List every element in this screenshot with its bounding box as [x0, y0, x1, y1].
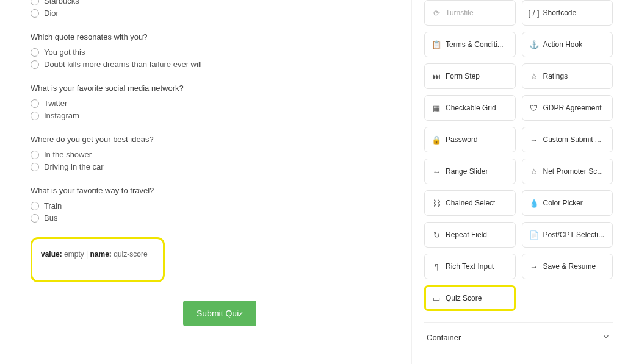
field-item-rich-text-input[interactable]: ¶Rich Text Input: [424, 254, 516, 279]
repeat-field-icon: ↻: [432, 230, 441, 239]
radio-icon: [31, 214, 39, 223]
field-label: Shortcode: [543, 9, 577, 17]
question-block: What is your favorite social media netwo…: [31, 84, 387, 120]
field-item-custom-submit[interactable]: →Custom Submit ...: [522, 127, 613, 152]
action-hook-icon: ⚓: [530, 40, 538, 49]
field-item-form-step[interactable]: ⏭Form Step: [424, 63, 516, 89]
field-label: Save & Resume: [543, 262, 596, 271]
field-label: Action Hook: [543, 40, 583, 49]
field-label: Checkable Grid: [446, 104, 496, 112]
radio-option[interactable]: Doubt kills more dreams than failure eve…: [31, 60, 387, 69]
field-item-range-slider[interactable]: ↔Range Slider: [424, 159, 516, 184]
container-section-toggle[interactable]: Container: [424, 322, 613, 345]
field-item-shortcode[interactable]: [ / ]Shortcode: [522, 0, 613, 26]
field-label: Terms & Conditi...: [446, 40, 504, 49]
quiz-score-icon: ▭: [432, 294, 441, 302]
field-label: Net Promoter Sc...: [543, 167, 604, 176]
fields-grid: ⟳Turnstile[ / ]Shortcode📋Terms & Conditi…: [424, 0, 613, 311]
question-title: What is your favorite way to travel?: [31, 186, 387, 195]
radio-label: Dior: [44, 9, 59, 18]
radio-icon: [31, 112, 39, 120]
radio-icon: [31, 99, 39, 108]
radio-option[interactable]: You got this: [31, 48, 387, 57]
field-item-color-picker[interactable]: 💧Color Picker: [522, 190, 613, 216]
net-promoter-sc-icon: ☆: [530, 167, 538, 176]
field-label: Password: [446, 135, 478, 144]
field-label: Chained Select: [446, 199, 495, 207]
field-label: GDPR Agreement: [543, 104, 602, 112]
field-label: Repeat Field: [446, 230, 487, 239]
field-item-net-promoter-sc[interactable]: ☆Net Promoter Sc...: [522, 159, 613, 184]
question-title: Which quote resonates with you?: [31, 32, 387, 41]
radio-option[interactable]: In the shower: [31, 150, 387, 159]
quiz-score-meta: value: empty | name: quiz-score: [41, 250, 154, 259]
ratings-icon: ☆: [530, 72, 538, 80]
radio-icon: [31, 48, 39, 57]
radio-label: Train: [44, 201, 62, 210]
field-item-checkable-grid[interactable]: ▦Checkable Grid: [424, 95, 516, 121]
radio-option[interactable]: Instagram: [31, 111, 387, 120]
radio-icon: [31, 151, 39, 159]
field-item-save-resume[interactable]: →Save & Resume: [522, 254, 613, 279]
question-block: Starbucks Dior: [31, 0, 387, 18]
fields-sidebar: ⟳Turnstile[ / ]Shortcode📋Terms & Conditi…: [411, 0, 625, 364]
radio-icon: [31, 9, 39, 18]
radio-label: Starbucks: [44, 0, 79, 5]
field-item-ratings[interactable]: ☆Ratings: [522, 63, 613, 89]
question-title: What is your favorite social media netwo…: [31, 84, 387, 93]
field-label: Post/CPT Selecti...: [543, 230, 604, 239]
field-item-quiz-score[interactable]: ▭Quiz Score: [424, 285, 516, 311]
radio-label: Bus: [44, 213, 57, 223]
radio-label: Driving in the car: [44, 162, 104, 171]
radio-icon: [31, 0, 39, 5]
question-title: Where do you get your best ideas?: [31, 135, 387, 144]
question-block: What is your favorite way to travel? Tra…: [31, 186, 387, 223]
terms-conditi-icon: 📋: [432, 40, 441, 49]
field-label: Rich Text Input: [446, 262, 494, 271]
field-item-terms-conditi[interactable]: 📋Terms & Conditi...: [424, 32, 516, 57]
turnstile-icon: ⟳: [432, 9, 441, 17]
radio-option[interactable]: Dior: [31, 9, 387, 18]
radio-label: In the shower: [44, 150, 92, 159]
radio-label: You got this: [44, 48, 85, 57]
field-label: Form Step: [446, 72, 480, 80]
form-preview-panel: Starbucks Dior Which quote resonates wit…: [0, 0, 411, 364]
radio-icon: [31, 202, 39, 210]
chevron-down-icon: [602, 332, 610, 343]
field-item-gdpr-agreement[interactable]: 🛡GDPR Agreement: [522, 95, 613, 121]
radio-icon: [31, 163, 39, 171]
checkable-grid-icon: ▦: [432, 104, 441, 112]
radio-option[interactable]: Twitter: [31, 99, 387, 108]
container-label: Container: [427, 333, 461, 342]
field-label: Ratings: [543, 72, 568, 80]
radio-option[interactable]: Starbucks: [31, 0, 387, 5]
field-item-repeat-field[interactable]: ↻Repeat Field: [424, 222, 516, 248]
field-item-chained-select[interactable]: ⛓Chained Select: [424, 190, 516, 216]
field-label: Range Slider: [446, 167, 488, 176]
question-block: Where do you get your best ideas? In the…: [31, 135, 387, 171]
field-label: Turnstile: [446, 9, 474, 17]
chained-select-icon: ⛓: [432, 199, 441, 207]
quiz-score-field-preview[interactable]: value: empty | name: quiz-score: [31, 237, 165, 282]
radio-option[interactable]: Driving in the car: [31, 162, 387, 171]
range-slider-icon: ↔: [432, 167, 441, 176]
question-block: Which quote resonates with you? You got …: [31, 32, 387, 69]
gdpr-agreement-icon: 🛡: [530, 104, 538, 112]
field-label: Color Picker: [543, 199, 583, 207]
field-item-turnstile[interactable]: ⟳Turnstile: [424, 0, 516, 26]
form-step-icon: ⏭: [432, 72, 441, 80]
custom-submit-icon: →: [530, 135, 538, 144]
radio-option[interactable]: Train: [31, 201, 387, 210]
submit-quiz-button[interactable]: Submit Quiz: [183, 301, 256, 326]
shortcode-icon: [ / ]: [530, 9, 538, 17]
radio-option[interactable]: Bus: [31, 213, 387, 223]
radio-label: Doubt kills more dreams than failure eve…: [44, 60, 202, 69]
radio-label: Instagram: [44, 111, 79, 120]
field-item-action-hook[interactable]: ⚓Action Hook: [522, 32, 613, 57]
post-cpt-selecti-icon: 📄: [530, 230, 538, 239]
password-icon: 🔒: [432, 135, 441, 144]
radio-icon: [31, 60, 39, 69]
field-item-password[interactable]: 🔒Password: [424, 127, 516, 152]
field-label: Custom Submit ...: [543, 135, 601, 144]
field-item-post-cpt-selecti[interactable]: 📄Post/CPT Selecti...: [522, 222, 613, 248]
